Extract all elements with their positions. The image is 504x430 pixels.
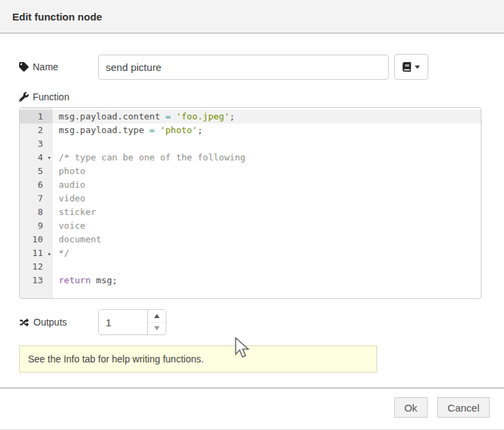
code-text: photo (53, 164, 481, 178)
code-line[interactable]: 2msg.payload.type = 'photo'; (20, 124, 481, 137)
code-line[interactable]: 5photo (20, 164, 481, 178)
code-line[interactable]: 11▴*/ (20, 246, 481, 260)
line-number: 11▴ (20, 246, 53, 260)
code-text: voice (53, 219, 481, 233)
name-row: Name (19, 54, 484, 80)
spinner-down-button[interactable] (148, 323, 166, 335)
function-label-text: Function (33, 91, 70, 102)
library-button[interactable] (394, 54, 428, 80)
code-text (53, 260, 481, 274)
code-line[interactable]: 7video (20, 192, 481, 205)
line-number: 3 (20, 137, 53, 151)
edit-function-node-dialog: Edit function node Name Function 1msg.pa… (0, 0, 504, 430)
spinner-buttons (147, 310, 166, 334)
name-label-text: Name (33, 61, 58, 72)
code-text: msg.payload.content = 'foo.jpeg'; (53, 110, 481, 124)
editor-rows: 1msg.payload.content = 'foo.jpeg';2msg.p… (20, 108, 481, 287)
code-line[interactable]: 13return msg; (20, 274, 481, 287)
code-line[interactable]: 9voice (20, 219, 481, 233)
code-line[interactable]: 1msg.payload.content = 'foo.jpeg'; (20, 110, 481, 124)
line-number: 2 (20, 124, 53, 137)
dialog-footer: Ok Cancel (0, 388, 504, 418)
line-number: 6 (20, 178, 53, 192)
line-number: 7 (20, 192, 53, 205)
code-text (53, 137, 481, 151)
ok-button[interactable]: Ok (394, 397, 428, 418)
spinner-up-button[interactable] (148, 310, 166, 323)
chevron-down-icon (415, 66, 420, 69)
code-editor[interactable]: 1msg.payload.content = 'foo.jpeg';2msg.p… (19, 107, 481, 299)
code-line[interactable]: 10document (20, 233, 481, 246)
dialog-content: Name Function 1msg.payload.content = 'fo… (0, 54, 504, 373)
dialog-header: Edit function node (0, 0, 504, 33)
code-text: document (53, 233, 481, 246)
code-text: audio (53, 178, 481, 192)
code-text: */ (53, 246, 481, 260)
function-label: Function (19, 91, 484, 103)
outputs-label: Outputs (19, 317, 98, 328)
cancel-button[interactable]: Cancel (437, 397, 490, 418)
fold-open-icon[interactable]: ▾ (48, 151, 51, 164)
info-tip-text: See the Info tab for help writing functi… (28, 354, 204, 364)
name-label: Name (19, 61, 98, 72)
outputs-row: Outputs (19, 309, 484, 335)
name-input[interactable] (98, 55, 389, 80)
dialog-title: Edit function node (12, 11, 102, 23)
code-text: msg.payload.type = 'photo'; (53, 124, 481, 137)
line-number: 13 (20, 274, 53, 287)
line-number: 5 (20, 164, 53, 178)
code-line[interactable]: 12 (20, 260, 481, 274)
code-line[interactable]: 4▾/* type can be one of the following (20, 151, 481, 164)
line-number: 1 (20, 110, 53, 124)
book-icon (402, 62, 411, 72)
code-text: sticker (53, 205, 481, 219)
line-number: 10 (20, 233, 53, 246)
tag-icon (19, 62, 29, 72)
outputs-spinner (98, 309, 166, 335)
line-number: 9 (20, 219, 53, 233)
wrench-icon (19, 92, 29, 102)
line-number: 12 (20, 260, 53, 274)
code-text: video (53, 192, 481, 205)
code-line[interactable]: 8sticker (20, 205, 481, 219)
outputs-label-text: Outputs (33, 317, 67, 328)
code-line[interactable]: 3 (20, 137, 481, 151)
shuffle-icon (19, 318, 29, 327)
line-number: 8 (20, 205, 53, 219)
line-number: 4▾ (20, 151, 53, 164)
info-tip: See the Info tab for help writing functi… (19, 345, 377, 373)
code-text: return msg; (53, 274, 481, 287)
code-text: /* type can be one of the following (53, 151, 481, 164)
code-line[interactable]: 6audio (20, 178, 481, 192)
outputs-input[interactable] (99, 310, 147, 334)
fold-close-icon[interactable]: ▴ (48, 246, 51, 260)
